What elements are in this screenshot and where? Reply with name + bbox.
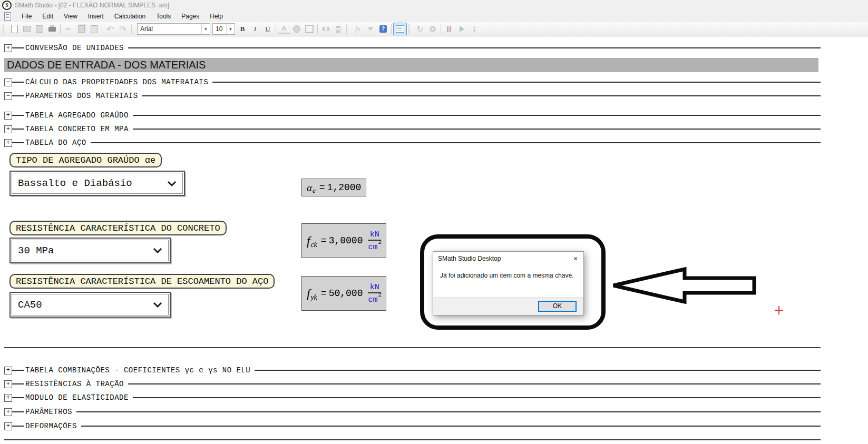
document-icon	[4, 12, 11, 21]
section-parametros-materiais: − PARAMETROS DOS MATERIAIS	[4, 91, 821, 101]
printer-icon	[48, 27, 56, 32]
open-folder-icon	[23, 26, 31, 32]
paste-button[interactable]	[87, 23, 100, 35]
collapse-toggle[interactable]: −	[4, 78, 12, 86]
menu-view[interactable]: View	[58, 11, 83, 22]
menu-edit[interactable]: Edit	[37, 11, 58, 22]
step-button[interactable]: ↧	[468, 23, 481, 35]
menu-insert[interactable]: Insert	[83, 11, 109, 22]
print-button[interactable]	[46, 23, 58, 35]
unit-fraction: kN cm2	[368, 283, 381, 304]
math-subscript: ck	[310, 241, 317, 249]
collapse-toggle[interactable]: −	[4, 92, 12, 100]
section-rule	[76, 411, 821, 412]
align-vertical-button[interactable]	[332, 23, 345, 35]
aggregate-type-dropdown[interactable]: Bassalto e Diabásio	[9, 171, 185, 196]
math-equals: =	[321, 235, 327, 246]
math-equals: =	[319, 182, 325, 193]
bold-icon: B	[240, 25, 245, 33]
expand-toggle[interactable]: +	[4, 367, 12, 374]
show-controls-button[interactable]	[393, 23, 407, 35]
bold-button[interactable]: B	[236, 23, 249, 35]
reference-book-button[interactable]: ?	[377, 23, 389, 35]
interrupt-button[interactable]: ×	[426, 23, 439, 35]
steel-yield-label: RESISTÊNCIA CARACTERÍSTICA DE ESCOAMENTO…	[9, 274, 275, 289]
alpha-e-math-region[interactable]: αe = 1,2000	[301, 179, 366, 196]
chevron-down-icon: ▼	[201, 24, 210, 34]
steel-grade-dropdown[interactable]: CA50	[9, 292, 171, 318]
toolbar-separator	[391, 24, 392, 34]
section-label: TABELA DO AÇO	[24, 139, 91, 147]
save-button[interactable]	[33, 23, 46, 35]
dialog-titlebar[interactable]: SMath Studio Desktop	[433, 252, 583, 265]
border-button[interactable]	[303, 23, 316, 35]
unit-exponent: 2	[378, 292, 382, 298]
section-connector	[12, 95, 24, 96]
menu-file[interactable]: File	[16, 11, 37, 22]
font-name-combobox[interactable]: Arial ▼	[137, 23, 210, 35]
menu-pages[interactable]: Pages	[176, 11, 204, 22]
page-header-text: DADOS DE ENTRADA - DOS MATERIAIS	[7, 59, 206, 71]
toolbar-separator	[276, 24, 276, 34]
align-horizontal-button[interactable]	[319, 23, 332, 35]
concrete-strength-dropdown[interactable]: 30 MPa	[9, 238, 171, 263]
expand-toggle[interactable]: +	[4, 139, 12, 147]
menu-calculation[interactable]: Calculation	[109, 11, 151, 22]
pause-button[interactable]	[443, 23, 455, 35]
window-titlebar[interactable]: S SMath Studio - [02 - FLEXÃO NORMAL SIM…	[0, 0, 868, 11]
expand-toggle[interactable]: +	[4, 380, 12, 388]
dialog-title-text: SMath Studio Desktop	[438, 255, 501, 262]
chevron-down-icon	[153, 248, 162, 253]
save-floppy-icon	[36, 25, 43, 33]
section-deformacoes: + DEFORMAÇÕES	[4, 421, 821, 431]
menu-help[interactable]: Help	[204, 11, 228, 22]
section-connector	[12, 142, 24, 143]
filter-button[interactable]	[364, 23, 377, 35]
font-size-combobox[interactable]: 10 ▼	[212, 23, 235, 35]
menu-bar: File Edit View Insert Calculation Tools …	[0, 11, 868, 22]
section-connector	[12, 383, 24, 384]
section-resistencias-a-tracao: + RESISTÊNCIAS À TRAÇÃO	[4, 379, 821, 389]
font-size-value: 10	[216, 25, 222, 33]
dialog-close-button[interactable]: ×	[568, 252, 583, 265]
worksheet-cursor-crosshair	[775, 306, 783, 314]
section-rule	[133, 397, 821, 398]
underline-button[interactable]: U	[261, 23, 274, 35]
math-value: 50,000	[329, 288, 363, 299]
font-color-button[interactable]: A	[278, 24, 290, 34]
math-value: 3,0000	[329, 235, 363, 246]
section-rule	[255, 370, 821, 371]
expand-toggle[interactable]: +	[4, 44, 12, 52]
close-icon: ×	[573, 254, 578, 263]
expand-toggle[interactable]: +	[4, 394, 12, 402]
expand-toggle[interactable]: +	[4, 422, 12, 430]
concrete-strength-label: RESISTÊNCIA CARACTERÍSTICA DO CONCRETO	[9, 221, 227, 235]
align-horizontal-icon	[323, 26, 329, 32]
copy-button[interactable]	[75, 23, 87, 35]
fyk-math-region[interactable]: fyk = 50,000 kN cm2	[301, 276, 386, 311]
expand-toggle[interactable]: +	[4, 112, 12, 120]
math-equals: =	[321, 288, 327, 299]
cut-button[interactable]: ✂	[62, 23, 75, 35]
insert-function-button[interactable]: fx	[352, 23, 364, 35]
menu-tools[interactable]: Tools	[151, 11, 176, 22]
unit-numerator: kN	[370, 283, 379, 291]
redo-button[interactable]: ↷	[116, 23, 129, 35]
undo-button[interactable]: ↶	[104, 23, 116, 35]
new-page-button[interactable]	[8, 23, 21, 35]
section-connector	[12, 115, 24, 116]
undo-icon: ↶	[106, 24, 113, 34]
expand-toggle[interactable]: +	[4, 408, 12, 416]
horizontal-separator	[4, 439, 821, 440]
math-variable: α	[307, 183, 312, 193]
play-button[interactable]	[455, 23, 468, 35]
open-button[interactable]	[21, 23, 33, 35]
recalculate-button[interactable]: ↻	[414, 23, 426, 35]
window-title: SMath Studio - [02 - FLEXÃO NORMAL SIMPL…	[15, 2, 169, 9]
background-color-button[interactable]	[290, 23, 303, 35]
italic-button[interactable]: I	[249, 23, 261, 35]
ok-button[interactable]: OK	[538, 301, 577, 312]
toolbar-grip	[346, 24, 350, 34]
expand-toggle[interactable]: +	[4, 125, 12, 133]
fck-math-region[interactable]: fck = 3,0000 kN cm2	[301, 223, 386, 258]
